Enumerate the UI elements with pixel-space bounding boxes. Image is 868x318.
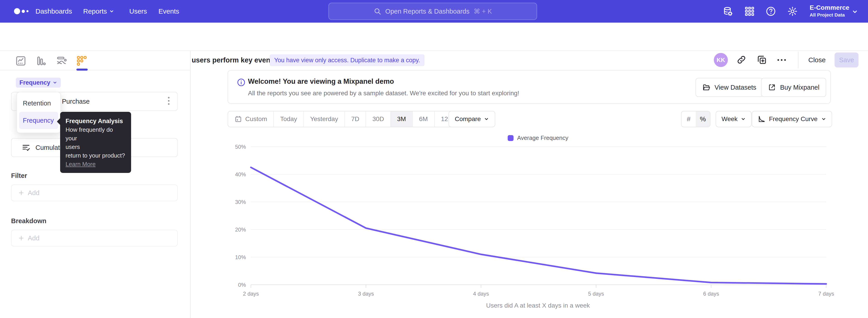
svg-text:50%: 50% [235,144,246,150]
active-tab-indicator [76,68,88,70]
chevron-down-icon [821,117,826,121]
compare-button[interactable]: Compare [448,111,495,127]
top-nav: Dashboards Reports Users Events Open Rep… [0,0,868,23]
menu-item-frequency[interactable]: Frequency [19,112,58,129]
tooltip-line: return to your product? [66,151,126,160]
range-yesterday[interactable]: Yesterday [303,111,344,127]
svg-text:30%: 30% [235,199,246,205]
learn-more-link[interactable]: Learn More [66,160,126,168]
search-icon [374,7,381,15]
measurement-menu: Retention Frequency [17,92,61,133]
chevron-down-icon [484,117,489,121]
view-only-badge[interactable]: You have view only access. Duplicate to … [270,54,425,66]
svg-text:7 days: 7 days [818,291,834,297]
svg-text:6 days: 6 days [703,291,719,297]
granularity-dropdown[interactable]: Week [716,111,752,127]
info-icon [237,78,246,87]
nav-users[interactable]: Users [129,0,147,23]
range-today[interactable]: Today [273,111,303,127]
event-name: Purchase [62,98,90,105]
list-check-icon [22,143,31,152]
report-tabs [0,51,190,70]
buy-mixpanel-button[interactable]: Buy Mixpanel [761,78,826,97]
tab-funnels[interactable] [35,55,47,67]
breakdown-add-button[interactable]: Add [11,230,178,247]
folder-icon [702,83,710,91]
project-switcher[interactable]: E-Commerce All Project Data [810,4,849,18]
menu-item-retention[interactable]: Retention [19,95,58,112]
mixpanel-logo-icon[interactable] [14,8,29,14]
tooltip-line: How frequently do your [66,125,126,143]
external-link-icon [768,83,776,91]
help-icon[interactable] [765,6,776,17]
filter-header: Filter [11,172,27,179]
nav-dashboards[interactable]: Dashboards [35,0,72,23]
report-title-bar: How do I... / Understand how frequently … [0,23,868,51]
svg-text:4 days: 4 days [473,291,489,297]
chevron-down-icon [741,117,746,121]
date-range-selector: Custom Today Yesterday 7D 30D 3M 6M 12M [228,111,460,127]
banner-title: Welcome! You are viewing a Mixpanel demo [248,78,394,86]
tooltip-line: users [66,143,126,151]
tab-insights[interactable] [15,55,27,67]
kebab-menu-icon[interactable] [168,97,169,105]
view-datasets-button[interactable]: View Datasets [695,78,763,97]
frequency-chart: 0%10%20%30%40%50%2 days3 days4 days5 day… [226,134,850,301]
global-search-input[interactable]: Open Reports & Dashboards ⌘ + K [329,3,537,20]
more-options-icon[interactable] [777,58,786,62]
divider [798,52,798,68]
range-custom[interactable]: Custom [228,111,273,127]
absolute-count-toggle[interactable]: # [682,111,696,127]
filter-add-button[interactable]: Add [11,184,178,201]
tab-retention[interactable] [76,55,88,67]
nav-reports[interactable]: Reports [83,0,114,23]
range-3m-selected[interactable]: 3M [391,111,412,127]
project-name: E-Commerce [810,4,849,11]
range-6m[interactable]: 6M [412,111,434,127]
svg-text:5 days: 5 days [588,291,604,297]
copy-link-icon[interactable] [737,55,746,65]
svg-text:10%: 10% [235,254,246,260]
tooltip-title: Frequency Analysis [66,117,126,125]
duplicate-icon[interactable] [757,55,767,65]
search-placeholder: Open Reports & Dashboards [385,8,469,15]
nav-events[interactable]: Events [158,0,179,23]
svg-text:20%: 20% [235,227,246,233]
svg-text:3 days: 3 days [358,291,374,297]
measurement-dropdown[interactable]: Frequency [16,78,61,88]
calendar-icon [235,115,242,123]
tab-flows[interactable] [56,55,67,67]
svg-text:40%: 40% [235,171,246,177]
svg-text:2 days: 2 days [243,291,259,297]
search-shortcut: ⌘ + K [473,7,492,15]
data-management-icon[interactable] [722,6,733,17]
frequency-tooltip: Frequency Analysis How frequently do you… [60,112,131,173]
percent-toggle[interactable]: % [696,111,710,127]
plus-icon [18,190,24,196]
chart-caption: Users did A at least X days in a week [226,302,850,309]
mixpanel-app: Dashboards Reports Users Events Open Rep… [0,0,868,318]
avatar[interactable]: KK [714,53,728,67]
chevron-down-icon [53,80,57,85]
range-7d[interactable]: 7D [344,111,366,127]
plus-icon [18,235,24,241]
query-sidebar: Frequency Purchase Cumulative Frequency … [0,51,191,318]
settings-gear-icon[interactable] [787,6,798,17]
save-button[interactable]: Save [835,53,859,67]
banner-subtitle: All the reports you see are powered by a… [248,90,519,97]
range-30d[interactable]: 30D [366,111,390,127]
chevron-down-icon [852,9,858,15]
svg-text:0%: 0% [238,282,246,288]
frequency-curve-icon [758,115,765,123]
project-scope: All Project Data [810,12,849,18]
apps-grid-icon[interactable] [744,6,755,17]
chart-type-dropdown[interactable]: Frequency Curve [752,111,832,127]
value-format-toggle: # % [681,111,710,127]
chevron-down-icon [109,9,114,14]
demo-banner: Welcome! You are viewing a Mixpanel demo… [228,70,831,104]
close-button[interactable]: Close [808,56,826,64]
breakdown-header: Breakdown [11,217,46,225]
